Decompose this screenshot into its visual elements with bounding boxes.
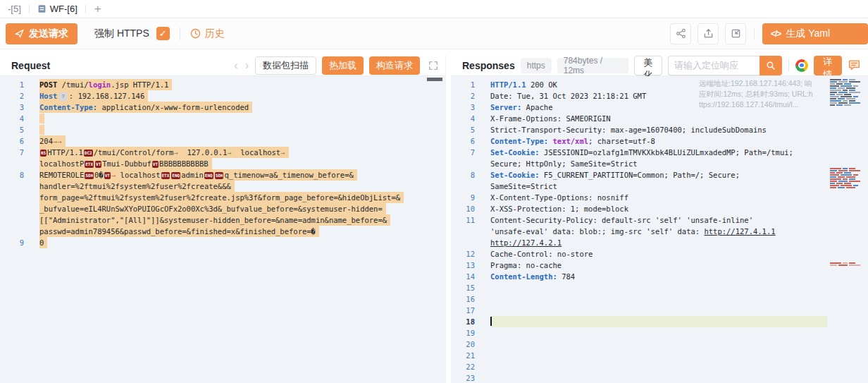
code-line[interactable]: 8Set-Cookie: F5_CURRENT_PARTITION=Common… [451,169,868,181]
minimap-bar [830,79,841,80]
code-line[interactable]: 14Content-Length: 784 [451,271,868,282]
share-button[interactable] [670,23,691,44]
code-line[interactable]: 18 [451,316,868,327]
minimap-bar [830,90,841,91]
code-segment: SameSite=Strict [490,182,557,190]
code-line[interactable]: 17 [451,305,868,316]
beautify-button[interactable]: 美化 [634,56,662,75]
response-panel: Responses https 784bytes / 12ms 美化 详情 [451,55,868,383]
details-button[interactable]: 详情 [814,56,842,75]
tab-wf-6[interactable]: WF-[6] [30,0,85,18]
minimap-bar [830,174,839,176]
code-line[interactable]: 13Pragma: no-cache [451,260,868,271]
code-line[interactable]: 19 [451,327,868,339]
line-content: _bufvalue=eIL4RUnSwXYoPUIOGcOFx2o00Xc%3d… [39,203,386,214]
minimap-bar [830,187,836,188]
construct-request-button[interactable]: 构造请求 [369,56,420,75]
code-line[interactable]: localhostPETXVTTmui-DubbufVTBBBBBBBBBBB [0,158,445,169]
chrome-icon[interactable] [795,59,808,72]
control-char-badge: RS [40,150,46,157]
code-line[interactable]: 8REMOTEROLESOH0�VT→ localhostETXENQadmin… [0,169,445,181]
code-line[interactable]: 5 [0,124,445,135]
code-line[interactable]: 1POST /tmui/login.jsp HTTP/1.1 [0,79,445,90]
line-content: Content-Length: 784 [490,271,575,282]
code-line[interactable]: 7RSHTTP/1.1DC2/tmui/Control/form→ 127.0.… [0,147,445,158]
code-line[interactable]: 6Content-Type: text/xml; charset=utf-8 [451,135,868,147]
comment-icon[interactable] [848,59,861,72]
search-group [668,56,782,75]
code-line[interactable]: handler=%2ftmui%2fsystem%2fuser%2fcreate… [0,181,445,192]
next-chevron-icon[interactable]: › [244,60,249,71]
line-number: 2 [0,90,39,102]
code-segment: form_page=%2ftmui%2fsystem%2fuser%2fcrea… [39,193,400,202]
code-line[interactable]: 'unsafe-eval' data: blob:; img-src 'self… [451,226,868,237]
minimap-bar [830,100,841,102]
code-line[interactable]: 10X-XSS-Protection: 1; mode=block [451,203,868,214]
minimap[interactable] [830,78,867,383]
code-line[interactable]: 4 [0,113,445,124]
code-line[interactable]: 21 [451,350,868,361]
import-button[interactable] [725,23,746,44]
force-https-label: 强制 HTTPS [94,28,149,40]
minimap-bar [846,187,855,188]
minimap-line [830,79,867,80]
tab-wf-5[interactable]: -[5] [0,0,29,18]
code-line[interactable]: passwd=admin789456&passwd_before=&finish… [0,226,445,237]
request-editor[interactable]: 1POST /tmui/login.jsp HTTP/1.12Host?: 19… [0,76,445,383]
code-line[interactable]: http://127.4.2.1 [451,237,868,248]
code-line[interactable]: 12Cache-Control: no-store [451,248,868,260]
code-line[interactable]: 23 [451,372,868,383]
code-line[interactable]: 22 [451,361,868,372]
minimap-bar [849,81,860,83]
add-tab-button[interactable]: + [86,2,110,16]
generate-yaml-button[interactable]: </> 生成 Yaml [762,23,868,44]
search-input[interactable] [668,56,760,75]
line-number: 6 [451,135,490,147]
generate-yaml-label: 生成 Yaml [786,28,830,40]
send-request-button[interactable]: 发送请求 [6,23,78,44]
minimap-line [830,185,867,186]
minimap-line [830,102,867,104]
code-line[interactable]: _bufvalue=eIL4RUnSwXYoPUIOGcOFx2o00Xc%3d… [0,203,445,214]
code-line[interactable]: form_page=%2ftmui%2fsystem%2fuser%2fcrea… [0,192,445,203]
response-editor[interactable]: 1HTTP/1.1 200 OK2Date: Tue, 31 Oct 2023 … [451,76,868,383]
control-char-badge: VT [95,161,101,168]
code-segment: 784 [557,272,575,281]
code-line[interactable]: 4X-Frame-Options: SAMEORIGIN [451,113,868,124]
scrollbar-thumb[interactable] [427,78,442,81]
code-line[interactable]: SameSite=Strict [451,181,868,192]
minimap-bar [830,265,837,266]
code-line[interactable]: Secure; HttpOnly; SameSite=Strict [451,158,868,169]
code-line[interactable]: 7Set-Cookie: JSESSIONID=ozlafg1mTMVKXkbk… [451,147,868,158]
history-label: 历史 [205,28,225,40]
code-line[interactable]: 15 [451,282,868,293]
code-line[interactable]: 16 [451,293,868,305]
code-line[interactable]: 2Host?: 192.168.127.146 [0,90,445,102]
code-line[interactable]: 11Content-Security-Policy: default-src '… [451,214,868,226]
force-https-checkbox[interactable]: ✓ [156,27,170,40]
code-line[interactable]: 9X-Content-Type-Options: nosniff [451,192,868,203]
code-line[interactable]: 20 [451,339,868,350]
line-number: 20 [451,339,490,350]
hot-reload-button[interactable]: 热加载 [322,56,364,75]
code-line[interactable]: 6204→→ [0,135,445,147]
response-meta-line: 应时间:12ms; 总耗时:93ms; URL:h [699,89,827,99]
code-line[interactable]: 90 [0,237,445,248]
prev-chevron-icon[interactable]: ‹ [233,60,238,71]
minimap-bar [843,178,848,180]
code-segment: HTTP/1.1 [133,80,169,89]
history-button[interactable]: 历史 [190,28,225,40]
fullscreen-icon[interactable] [428,61,438,71]
control-char-badge: VT [104,172,111,179]
minimap-bar [836,94,843,95]
search-button[interactable] [760,56,782,75]
code-line[interactable]: [["Administrator","[All]"]]&systemuser-h… [0,214,445,226]
code-line[interactable]: 3Content-Type: application/x-www-form-ur… [0,102,445,113]
packet-scan-button[interactable]: 数据包扫描 [255,56,316,75]
code-segment: REMOTEROLE [39,171,84,179]
code-line[interactable]: 5Strict-Transport-Security: max-age=1607… [451,124,868,135]
code-segment: JSESSIONID=ozlafg1mTMVKXkbk4BLUiZULmxade… [540,148,793,157]
export-button[interactable] [698,23,719,44]
line-content [39,125,44,135]
line-content: Set-Cookie: JSESSIONID=ozlafg1mTMVKXkbk4… [490,147,793,158]
